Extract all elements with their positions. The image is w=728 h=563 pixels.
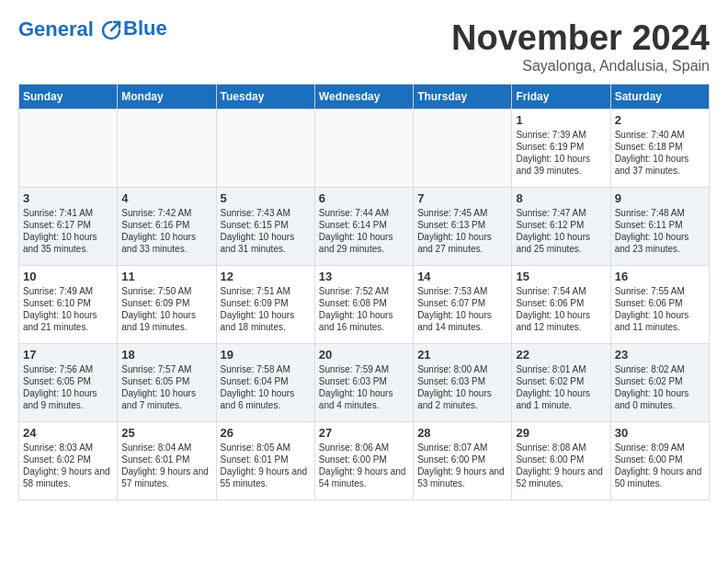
calendar-cell: 29Sunrise: 8:08 AMSunset: 6:00 PMDayligh… — [512, 422, 610, 500]
cell-text: Sunset: 6:00 PM — [319, 454, 409, 465]
cell-text: Sunrise: 7:40 AM — [615, 129, 705, 141]
day-number: 28 — [417, 426, 507, 440]
day-number: 8 — [516, 191, 606, 205]
calendar-cell — [414, 109, 512, 188]
calendar-cell: 28Sunrise: 8:07 AMSunset: 6:00 PMDayligh… — [414, 422, 512, 500]
calendar-cell: 27Sunrise: 8:06 AMSunset: 6:00 PMDayligh… — [314, 422, 413, 500]
day-number: 6 — [319, 191, 409, 205]
cell-text: Daylight: 9 hours and 52 minutes. — [516, 465, 606, 489]
cell-text: Daylight: 9 hours and 55 minutes. — [221, 465, 311, 489]
calendar-cell: 24Sunrise: 8:03 AMSunset: 6:02 PMDayligh… — [19, 422, 118, 500]
calendar-cell: 13Sunrise: 7:52 AMSunset: 6:08 PMDayligh… — [314, 266, 413, 344]
cell-text: Sunset: 6:07 PM — [417, 297, 507, 309]
week-row: 3Sunrise: 7:41 AMSunset: 6:17 PMDaylight… — [19, 188, 710, 266]
cell-text: Sunrise: 7:42 AM — [121, 207, 211, 219]
month-title: November 2024 — [451, 18, 710, 58]
day-number: 2 — [615, 113, 705, 127]
cell-text: Sunrise: 8:06 AM — [319, 442, 409, 454]
cell-text: Sunset: 6:00 PM — [417, 454, 507, 465]
day-number: 9 — [615, 191, 705, 205]
cell-text: Sunset: 6:01 PM — [221, 454, 311, 465]
cell-text: Daylight: 10 hours and 19 minutes. — [121, 309, 211, 333]
cell-text: Sunset: 6:15 PM — [221, 219, 311, 231]
calendar-cell — [19, 109, 118, 188]
header-cell-friday: Friday — [512, 85, 610, 109]
calendar-cell: 20Sunrise: 7:59 AMSunset: 6:03 PMDayligh… — [314, 344, 413, 422]
cell-text: Sunrise: 7:41 AM — [23, 207, 113, 219]
day-number: 4 — [121, 191, 211, 205]
calendar-cell: 11Sunrise: 7:50 AMSunset: 6:09 PMDayligh… — [118, 266, 216, 344]
week-row: 1Sunrise: 7:39 AMSunset: 6:19 PMDaylight… — [19, 109, 710, 188]
week-row: 17Sunrise: 7:56 AMSunset: 6:05 PMDayligh… — [19, 344, 710, 422]
cell-text: Sunrise: 7:57 AM — [121, 363, 211, 375]
day-number: 21 — [417, 348, 507, 362]
cell-text: Daylight: 10 hours and 35 minutes. — [23, 231, 113, 255]
cell-text: Daylight: 10 hours and 31 minutes. — [221, 231, 311, 255]
calendar-cell: 22Sunrise: 8:01 AMSunset: 6:02 PMDayligh… — [512, 344, 610, 422]
cell-text: Sunset: 6:02 PM — [23, 454, 113, 465]
calendar-cell: 9Sunrise: 7:48 AMSunset: 6:11 PMDaylight… — [610, 188, 709, 266]
cell-text: Sunset: 6:06 PM — [615, 297, 705, 309]
calendar-cell: 21Sunrise: 8:00 AMSunset: 6:03 PMDayligh… — [414, 344, 512, 422]
cell-text: Sunset: 6:14 PM — [319, 219, 409, 231]
calendar-cell — [216, 109, 314, 188]
header-cell-tuesday: Tuesday — [216, 85, 314, 109]
cell-text: Sunset: 6:02 PM — [615, 375, 705, 387]
cell-text: Sunset: 6:19 PM — [516, 141, 606, 153]
logo-general: General — [18, 17, 94, 40]
day-number: 14 — [417, 270, 507, 283]
day-number: 29 — [516, 426, 606, 440]
cell-text: Sunrise: 7:59 AM — [319, 363, 409, 375]
cell-text: Sunset: 6:10 PM — [23, 297, 113, 309]
cell-text: Sunrise: 7:50 AM — [121, 285, 211, 297]
calendar-cell — [314, 109, 413, 188]
cell-text: Daylight: 10 hours and 27 minutes. — [417, 231, 507, 255]
calendar-cell: 12Sunrise: 7:51 AMSunset: 6:09 PMDayligh… — [216, 266, 314, 344]
logo: General Blue — [18, 18, 167, 40]
cell-text: Daylight: 10 hours and 23 minutes. — [615, 231, 705, 255]
cell-text: Sunset: 6:05 PM — [23, 375, 113, 387]
calendar-cell: 4Sunrise: 7:42 AMSunset: 6:16 PMDaylight… — [118, 188, 216, 266]
cell-text: Sunrise: 8:05 AM — [221, 442, 311, 454]
cell-text: Daylight: 10 hours and 6 minutes. — [221, 387, 311, 411]
cell-text: Sunset: 6:09 PM — [121, 297, 211, 309]
calendar-cell: 17Sunrise: 7:56 AMSunset: 6:05 PMDayligh… — [19, 344, 118, 422]
cell-text: Daylight: 10 hours and 14 minutes. — [417, 309, 507, 333]
calendar-cell: 1Sunrise: 7:39 AMSunset: 6:19 PMDaylight… — [512, 109, 610, 188]
day-number: 24 — [23, 426, 113, 440]
calendar-header: SundayMondayTuesdayWednesdayThursdayFrid… — [19, 85, 710, 109]
calendar-cell: 7Sunrise: 7:45 AMSunset: 6:13 PMDaylight… — [414, 188, 512, 266]
calendar-cell: 18Sunrise: 7:57 AMSunset: 6:05 PMDayligh… — [118, 344, 216, 422]
title-area: November 2024 Sayalonga, Andalusia, Spai… — [451, 18, 710, 75]
day-number: 30 — [615, 426, 705, 440]
cell-text: Daylight: 10 hours and 2 minutes. — [417, 387, 507, 411]
cell-text: Sunrise: 7:53 AM — [417, 285, 507, 297]
day-number: 20 — [319, 348, 409, 362]
cell-text: Sunset: 6:05 PM — [121, 375, 211, 387]
cell-text: Sunrise: 7:39 AM — [516, 129, 606, 141]
calendar-cell: 25Sunrise: 8:04 AMSunset: 6:01 PMDayligh… — [118, 422, 216, 500]
cell-text: Sunset: 6:17 PM — [23, 219, 113, 231]
cell-text: Sunset: 6:08 PM — [319, 297, 409, 309]
cell-text: Daylight: 10 hours and 16 minutes. — [319, 309, 409, 333]
cell-text: Sunset: 6:02 PM — [516, 375, 606, 387]
cell-text: Sunrise: 8:02 AM — [615, 363, 705, 375]
page-container: General Blue November 2024 Sayalonga, An… — [0, 0, 728, 510]
cell-text: Daylight: 9 hours and 50 minutes. — [615, 465, 705, 489]
header-cell-wednesday: Wednesday — [314, 85, 413, 109]
calendar-cell: 2Sunrise: 7:40 AMSunset: 6:18 PMDaylight… — [610, 109, 709, 188]
cell-text: Daylight: 10 hours and 25 minutes. — [516, 231, 606, 255]
cell-text: Sunrise: 7:52 AM — [319, 285, 409, 297]
cell-text: Daylight: 10 hours and 7 minutes. — [121, 387, 211, 411]
cell-text: Sunrise: 7:54 AM — [516, 285, 606, 297]
cell-text: Sunrise: 8:08 AM — [516, 442, 606, 454]
logo-icon — [101, 20, 121, 40]
svg-line-0 — [111, 22, 119, 30]
cell-text: Sunrise: 8:09 AM — [615, 442, 705, 454]
cell-text: Sunrise: 8:07 AM — [417, 442, 507, 454]
calendar-cell: 26Sunrise: 8:05 AMSunset: 6:01 PMDayligh… — [216, 422, 314, 500]
cell-text: Daylight: 10 hours and 29 minutes. — [319, 231, 409, 255]
calendar-cell — [118, 109, 216, 188]
day-number: 12 — [221, 270, 311, 283]
day-number: 23 — [615, 348, 705, 362]
